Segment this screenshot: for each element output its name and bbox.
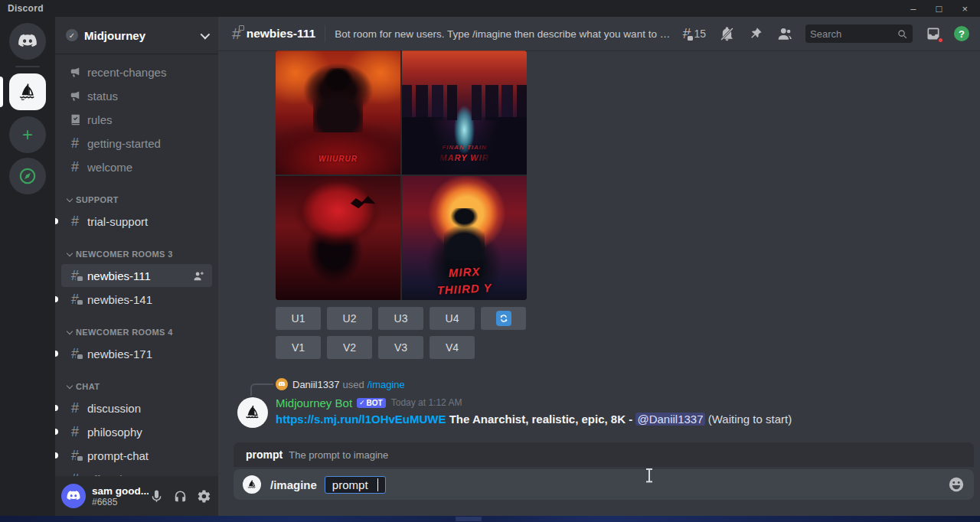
v2-button[interactable]: V2 <box>327 336 372 359</box>
prompt-option-input[interactable]: prompt <box>325 476 386 494</box>
search-icon <box>897 28 908 40</box>
reroll-button[interactable] <box>481 307 526 330</box>
section-newcomer-rooms-3[interactable]: NEWCOMER ROOMS 3 <box>55 245 218 263</box>
generated-image-4[interactable]: MIRX THIIRD Y <box>402 176 527 300</box>
v3-button[interactable]: V3 <box>378 336 423 359</box>
sidebar-item-getting-started[interactable]: # getting-started <box>61 132 212 155</box>
section-chat[interactable]: CHAT <box>55 377 218 396</box>
add-server-button[interactable]: + <box>9 116 46 153</box>
channel-toolbar: # newbies-111 Bot room for new users. Ty… <box>218 17 980 51</box>
sidebar-item-newbies-171[interactable]: # newbies-171 <box>61 342 212 365</box>
v4-button[interactable]: V4 <box>430 336 475 359</box>
sidebar-item-newbies-111[interactable]: # newbies-111 <box>61 264 212 287</box>
variation-button-row: V1 V2 V3 V4 <box>276 336 527 359</box>
hash-chat-icon: # <box>67 347 83 361</box>
microphone-icon[interactable] <box>149 488 165 504</box>
server-icon-midjourney[interactable] <box>9 73 46 110</box>
server-rail: + <box>0 17 55 516</box>
u1-button[interactable]: U1 <box>276 307 321 330</box>
avatar[interactable] <box>276 378 288 390</box>
server-name: Midjourney <box>84 29 201 42</box>
section-support[interactable]: SUPPORT <box>55 191 218 209</box>
channel-label: newbies-171 <box>87 347 206 361</box>
generated-image-2[interactable]: FINAN TIAIN MARY WIR <box>402 51 527 175</box>
threads-button[interactable]: # 15 <box>683 25 706 42</box>
reply-username[interactable]: Daniil1337 <box>292 379 339 390</box>
unread-indicator <box>55 296 58 302</box>
sidebar-item-discussion[interactable]: # discussion <box>61 396 212 419</box>
job-status-text: (Waiting to start) <box>708 413 792 426</box>
taskbar <box>0 516 980 522</box>
explore-servers-button[interactable] <box>9 158 46 194</box>
channel-hash-icon: # <box>232 24 241 43</box>
sidebar-item-status[interactable]: status <box>61 84 212 107</box>
sidebar-item-welcome[interactable]: # welcome <box>61 155 212 178</box>
close-button[interactable]: × <box>962 4 968 14</box>
notifications-muted-icon[interactable] <box>718 25 735 42</box>
sidebar-item-newbies-141[interactable]: # newbies-141 <box>61 288 212 311</box>
threads-icon: # <box>683 25 691 42</box>
sidebar-item-trial-support[interactable]: # trial-support <box>61 210 212 233</box>
sidebar-item-recent-changes[interactable]: recent-changes <box>61 60 212 83</box>
avatar[interactable] <box>61 484 86 508</box>
megaphone-icon <box>67 89 83 103</box>
maximize-button[interactable]: □ <box>936 4 942 14</box>
check-icon: ✓ <box>359 399 365 406</box>
job-link[interactable]: https://s.mj.run/l1OHvEuMUWE <box>276 413 446 426</box>
active-server-pill <box>0 77 3 107</box>
reply-action-text: used <box>342 379 364 390</box>
u2-button[interactable]: U2 <box>327 307 372 330</box>
v1-button[interactable]: V1 <box>276 336 321 359</box>
reply-command-link[interactable]: /imagine <box>368 379 405 390</box>
settings-gear-icon[interactable] <box>196 488 212 504</box>
bot-author-name[interactable]: Midjourney Bot <box>276 396 352 409</box>
poster-caption: WIIURUR <box>276 155 400 163</box>
u4-button[interactable]: U4 <box>430 307 475 330</box>
hash-chat-icon: # <box>67 449 83 462</box>
member-list-icon[interactable] <box>776 25 793 42</box>
generated-image-1[interactable]: WIIURUR <box>276 51 400 175</box>
section-newcomer-rooms-4[interactable]: NEWCOMER ROOMS 4 <box>55 323 218 341</box>
window-controls: – □ × <box>910 4 972 14</box>
generated-image-grid[interactable]: WIIURUR FINAN TIAIN MARY WIR MIRX THIIRD… <box>276 51 527 300</box>
sidebar-item-rules[interactable]: rules <box>61 108 212 131</box>
message-input-bar[interactable]: /imagine prompt <box>234 469 974 500</box>
user-meta[interactable]: sam good... #6685 <box>92 485 149 507</box>
emoji-picker-icon[interactable] <box>948 476 965 493</box>
home-button[interactable] <box>9 23 46 60</box>
u3-button[interactable]: U3 <box>378 307 423 330</box>
channel-topic[interactable]: Bot room for new users. Type /imagine th… <box>335 28 672 40</box>
window-titlebar: Discord – □ × <box>0 0 980 17</box>
sidebar-item-philosophy[interactable]: # philosophy <box>61 420 212 443</box>
channel-label: off-topic <box>87 473 206 477</box>
minimize-button[interactable]: – <box>910 4 916 14</box>
channel-label: status <box>87 90 206 103</box>
channel-label: recent-changes <box>87 66 206 79</box>
invite-people-icon[interactable] <box>192 269 206 282</box>
inbox-icon[interactable] <box>925 25 942 42</box>
plus-icon: + <box>22 124 33 145</box>
command-label: /imagine <box>270 478 317 491</box>
user-mention[interactable]: @Daniil1337 <box>635 413 704 426</box>
pinned-messages-icon[interactable] <box>747 25 764 42</box>
midjourney-bot-avatar[interactable] <box>237 397 268 428</box>
search-box <box>805 24 913 43</box>
server-header[interactable]: ✓ Midjourney <box>55 17 218 54</box>
sidebar-item-prompt-chat[interactable]: # prompt-chat <box>61 444 212 467</box>
poster-caption: THIIRD Y <box>402 279 527 299</box>
sidebar-item-off-topic[interactable]: # off-topic <box>61 468 212 476</box>
generated-image-3[interactable] <box>276 176 400 300</box>
poster-caption: MIRX <box>402 263 527 282</box>
rail-separator <box>15 66 40 67</box>
poster-caption: FINAN TIAIN <box>402 144 527 151</box>
help-icon[interactable]: ? <box>954 26 969 41</box>
command-context-line: Daniil1337 used /imagine <box>276 378 980 390</box>
taskbar-button <box>456 517 482 521</box>
compass-icon <box>18 166 38 186</box>
sailboat-icon <box>16 80 39 103</box>
search-input[interactable] <box>810 28 897 40</box>
channel-name: newbies-111 <box>247 27 315 41</box>
unread-indicator <box>55 429 58 435</box>
channel-label: rules <box>87 113 206 126</box>
headphones-icon[interactable] <box>172 488 188 504</box>
